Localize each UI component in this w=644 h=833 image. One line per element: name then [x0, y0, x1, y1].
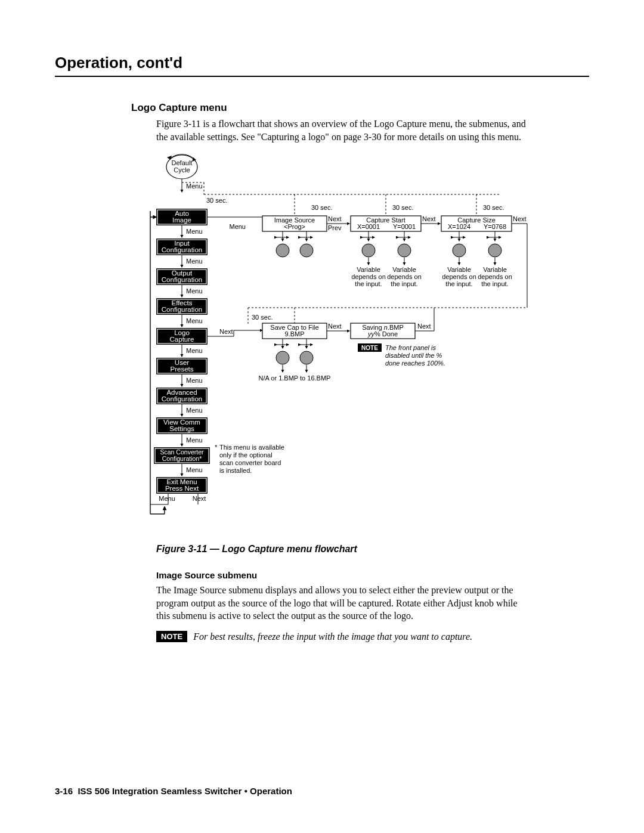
- default-cycle-l2: Cycle: [174, 166, 190, 174]
- menu-exit: Exit Menu Press Next: [156, 477, 208, 494]
- svg-text:Configuration: Configuration: [162, 246, 202, 253]
- figure-caption: Figure 3-11 — Logo Capture menu flowchar…: [156, 544, 589, 555]
- default-cycle-node: Default Cycle: [166, 154, 197, 179]
- knob-pair-1: [276, 231, 313, 257]
- svg-text:Y=0001: Y=0001: [393, 223, 416, 230]
- page-header-title: Operation, cont'd: [55, 54, 589, 72]
- star-note: * This menu is available only if the opt…: [215, 444, 284, 474]
- svg-text:<Prog>: <Prog>: [284, 223, 305, 230]
- svg-text:the input.: the input.: [445, 280, 472, 287]
- note-badge: NOTE: [156, 631, 187, 642]
- svg-text:Press Next: Press Next: [165, 485, 199, 492]
- svg-text:Variable: Variable: [357, 266, 380, 273]
- svg-text:Y=0768: Y=0768: [484, 223, 506, 230]
- svg-text:Menu: Menu: [229, 223, 246, 230]
- svg-text:is installed.: is installed.: [219, 467, 252, 474]
- page-footer: 3-16 ISS 506 Integration Seamless Switch…: [55, 786, 292, 796]
- svg-text:X=1024: X=1024: [448, 223, 470, 230]
- svg-text:Variable: Variable: [392, 266, 416, 273]
- svg-text:depends on: depends on: [478, 273, 512, 280]
- svg-point-103: [276, 244, 289, 257]
- svg-text:Next: Next: [422, 215, 436, 222]
- svg-text:Configuration*: Configuration*: [162, 455, 202, 462]
- svg-point-157: [300, 351, 313, 364]
- menu-logo-capture: Logo Capture: [156, 328, 208, 345]
- svg-text:Menu: Menu: [159, 495, 175, 502]
- svg-point-110: [398, 244, 411, 257]
- svg-text:Image: Image: [172, 216, 191, 224]
- svg-text:Menu: Menu: [186, 317, 203, 324]
- svg-text:Capture: Capture: [170, 336, 194, 343]
- svg-text:*: *: [215, 444, 218, 451]
- svg-point-124: [488, 244, 501, 257]
- svg-text:Menu: Menu: [186, 258, 203, 265]
- svg-point-156: [276, 351, 289, 364]
- sub-capture-size: Capture Size X=1024 Y=0768: [441, 216, 512, 231]
- knob-pair-2: [362, 231, 411, 265]
- header-rule: [55, 76, 589, 77]
- svg-point-104: [300, 244, 313, 257]
- svg-text:30 sec.: 30 sec.: [483, 204, 504, 211]
- menu-input-config: Input Configuration: [156, 239, 208, 255]
- section-heading: Logo Capture menu: [131, 102, 589, 114]
- menu-advanced-config: Advanced Configuration: [156, 388, 208, 404]
- sub-saving: Saving n.BMP yy% Done: [351, 323, 415, 339]
- menu-user-presets: User Presets: [156, 358, 208, 374]
- note-text: For best results, freeze the input with …: [193, 631, 472, 643]
- svg-text:scan converter board: scan converter board: [219, 459, 281, 466]
- svg-text:The front panel is: The front panel is: [385, 344, 436, 351]
- svg-text:Menu: Menu: [186, 436, 203, 444]
- svg-text:only if the optional: only if the optional: [219, 451, 273, 459]
- panel-note: NOTE The front panel is disabled until t…: [358, 343, 445, 367]
- svg-text:Next: Next: [328, 323, 342, 330]
- svg-text:Configuration: Configuration: [162, 395, 202, 402]
- subsection-heading: Image Source submenu: [156, 570, 589, 580]
- thirty-sec-0: 30 sec.: [206, 197, 227, 204]
- svg-text:30 sec.: 30 sec.: [392, 204, 413, 211]
- svg-text:Menu: Menu: [186, 407, 203, 414]
- svg-text:the input.: the input.: [391, 280, 417, 287]
- svg-text:Presets: Presets: [171, 366, 194, 373]
- knob-pair-4: [276, 339, 313, 372]
- svg-text:Prev: Prev: [328, 224, 342, 231]
- svg-text:the input.: the input.: [481, 280, 508, 287]
- svg-text:Configuration: Configuration: [162, 276, 202, 283]
- svg-text:30 sec.: 30 sec.: [252, 314, 273, 321]
- svg-text:Next: Next: [219, 328, 233, 335]
- subsection-paragraph: The Image Source submenu displays and al…: [156, 584, 532, 623]
- svg-text:NOTE: NOTE: [361, 345, 378, 351]
- svg-point-109: [362, 244, 375, 257]
- svg-text:Next: Next: [513, 215, 527, 222]
- svg-text:9.BMP: 9.BMP: [284, 330, 304, 337]
- sub-image-source: Image Source <Prog>: [262, 216, 327, 231]
- svg-text:Settings: Settings: [169, 425, 194, 432]
- svg-text:Variable: Variable: [447, 266, 471, 273]
- menu-output-config: Output Configuration: [156, 268, 208, 285]
- page-number: 3-16: [55, 786, 73, 796]
- menu-auto-image: Auto Image: [156, 209, 208, 225]
- svg-text:done reaches 100%.: done reaches 100%.: [385, 360, 445, 367]
- default-cycle-l1: Default: [172, 159, 193, 166]
- menu-scan-converter: Scan Converter Configuration*: [154, 447, 210, 464]
- svg-text:30 sec.: 30 sec.: [311, 204, 332, 211]
- svg-text:depends on: depends on: [442, 273, 476, 280]
- menu-view-comm: View Comm Settings: [156, 417, 208, 434]
- footer-title: ISS 506 Integration Seamless Switcher • …: [78, 786, 292, 796]
- svg-text:Next: Next: [328, 215, 342, 222]
- svg-text:X=0001: X=0001: [357, 223, 380, 230]
- svg-text:disabled until the %: disabled until the %: [385, 352, 442, 359]
- menu-effects-config: Effects Configuration: [156, 298, 208, 315]
- svg-text:yy% Done: yy% Done: [367, 330, 398, 337]
- sub-save-cap: Save Cap to File 9.BMP: [262, 323, 327, 339]
- svg-text:Menu: Menu: [186, 347, 203, 354]
- svg-text:Variable: Variable: [483, 266, 507, 273]
- sub-capture-start: Capture Start X=0001 Y=0001: [351, 216, 421, 231]
- svg-text:depends on: depends on: [387, 273, 422, 280]
- svg-text:Next: Next: [193, 495, 206, 502]
- knob-pair-3: [453, 231, 501, 265]
- svg-text:Menu: Menu: [186, 466, 203, 473]
- svg-text:depends on: depends on: [351, 273, 386, 280]
- note-row: NOTE For best results, freeze the input …: [156, 631, 538, 643]
- menu-label-top: Menu: [186, 182, 203, 190]
- svg-text:Next: Next: [417, 323, 431, 330]
